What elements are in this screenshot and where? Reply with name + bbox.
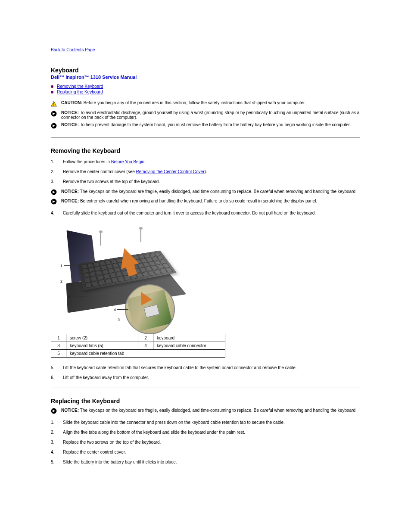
screw-icon (140, 229, 141, 242)
step-text: Carefully slide the keyboard out of the … (63, 211, 360, 215)
step-number: 5. (51, 365, 63, 370)
link-before-you-begin[interactable]: Before You Begin (111, 159, 144, 164)
page-title: Keyboard (51, 67, 360, 74)
part-number: 2 (138, 334, 153, 342)
step-number: 6. (51, 375, 63, 380)
keyboard-removal-figure: 1 2 3 4 5 (51, 224, 184, 330)
toc-link-remove[interactable]: Removing the Keyboard (57, 84, 103, 89)
step-number: 4. (51, 211, 63, 215)
notice-callout: NOTICE: To avoid electrostatic discharge… (51, 110, 360, 120)
callout-leader: 3 (68, 295, 70, 299)
notice-text: NOTICE: The keycaps on the keyboard are … (61, 408, 357, 413)
step-number: 4. (51, 450, 63, 454)
caution-icon (51, 101, 58, 108)
callout-leader: 1 (60, 264, 62, 268)
bullet-icon (51, 91, 53, 93)
step-text: Remove the center control cover (see Rem… (63, 169, 360, 174)
notice-icon (51, 111, 58, 118)
section-divider (51, 137, 360, 138)
step-number: 5. (51, 460, 63, 464)
notice-callout: NOTICE: To help prevent damage to the sy… (51, 122, 360, 130)
step-text: Lift the keyboard cable retention tab th… (63, 365, 360, 370)
toc-link-replace[interactable]: Replacing the Keyboard (57, 90, 103, 94)
notice-text: NOTICE: Be extremely careful when removi… (61, 199, 317, 203)
caution-text: CAUTION: Before you begin any of the pro… (61, 100, 306, 105)
step-number: 2. (51, 430, 63, 435)
step-text: Slide the battery into the battery bay u… (63, 460, 360, 464)
notice-text: NOTICE: The keycaps on the keyboard are … (61, 189, 357, 194)
step-text: Remove the two screws at the top of the … (63, 179, 360, 184)
step-text: Follow the procedures in Before You Begi… (63, 159, 360, 164)
step-number: 1. (51, 420, 63, 425)
notice-text: NOTICE: To help prevent damage to the sy… (61, 122, 351, 127)
part-number: 3 (51, 342, 66, 350)
step-text: Align the five tabs along the bottom of … (63, 430, 360, 435)
caution-callout: CAUTION: Before you begin any of the pro… (51, 100, 360, 108)
link-center-control-cover[interactable]: Removing the Center Control Cover (136, 169, 205, 174)
notice-callout: NOTICE: Be extremely careful when removi… (51, 199, 360, 205)
detail-inset (125, 284, 175, 334)
step-text: Replace the two screws on the top of the… (63, 440, 360, 445)
bullet-icon (51, 85, 53, 88)
back-to-contents-link[interactable]: Back to Contents Page (51, 47, 95, 52)
table-row: 3 keyboard tabs (5) 4 keyboard cable con… (51, 342, 225, 350)
step-number: 2. (51, 169, 63, 174)
notice-icon (51, 408, 58, 415)
parts-table: 1 screw (2) 2 keyboard 3 keyboard tabs (… (51, 334, 225, 358)
notice-icon (51, 123, 58, 130)
step-number: 1. (51, 159, 63, 164)
callout-leader: 5 (118, 317, 120, 321)
part-label: screw (2) (66, 334, 138, 342)
notice-callout: NOTICE: The keycaps on the keyboard are … (51, 408, 360, 415)
section-divider (51, 388, 360, 388)
table-row: 5 keyboard cable retention tab (51, 350, 225, 358)
svg-rect-1 (53, 103, 54, 105)
manual-subtitle: Dell™ Inspiron™ 1318 Service Manual (51, 75, 360, 80)
toc: Removing the Keyboard Replacing the Keyb… (51, 84, 360, 94)
callout-leader: 2 (60, 279, 62, 283)
notice-icon (51, 199, 58, 205)
section-heading-replace: Replacing the Keyboard (51, 398, 360, 404)
part-label: keyboard tabs (5) (66, 342, 138, 350)
part-number: 5 (51, 350, 66, 358)
notice-callout: NOTICE: The keycaps on the keyboard are … (51, 189, 360, 196)
screw-icon (100, 233, 101, 246)
step-text: Lift off the keyboard away from the comp… (63, 375, 360, 380)
part-number: 1 (51, 334, 66, 342)
svg-rect-2 (53, 105, 54, 106)
step-text: Replace the center control cover. (63, 450, 360, 454)
step-number: 3. (51, 179, 63, 184)
step-text: Slide the keyboard cable into the connec… (63, 420, 360, 425)
section-heading-remove: Removing the Keyboard (51, 147, 360, 154)
part-label: keyboard cable retention tab (66, 350, 225, 358)
step-number: 3. (51, 440, 63, 445)
table-row: 1 screw (2) 2 keyboard (51, 334, 225, 342)
part-label: keyboard cable connector (153, 342, 225, 350)
part-number: 4 (138, 342, 153, 350)
notice-icon (51, 189, 58, 196)
callout-leader: 4 (114, 308, 116, 312)
part-label: keyboard (153, 334, 225, 342)
notice-text: NOTICE: To avoid electrostatic discharge… (61, 110, 360, 120)
